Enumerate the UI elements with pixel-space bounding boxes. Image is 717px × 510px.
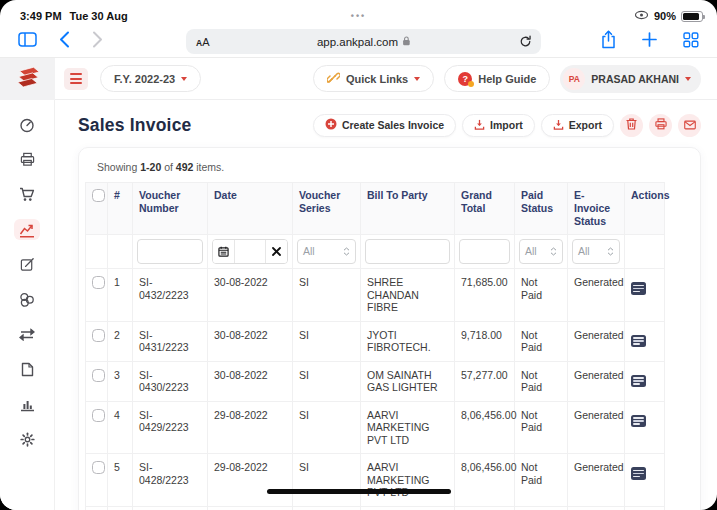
voucher-series-cell: SI: [293, 321, 361, 361]
sidebar-item-settings-icon[interactable]: [14, 429, 40, 450]
ipad-screen: 3:49 PM Tue 30 Aug ••• 90% AA: [0, 0, 717, 510]
fiscal-year-selector[interactable]: F.Y. 2022-23: [100, 65, 201, 92]
sales-invoice-table: # Voucher Number Date Voucher Series Bil…: [85, 182, 665, 510]
sidebar-item-money-icon[interactable]: [14, 289, 40, 310]
paid-status-filter-select[interactable]: All: [519, 239, 563, 264]
print-button[interactable]: [649, 114, 672, 137]
import-button[interactable]: Import: [462, 114, 535, 137]
row-actions-button[interactable]: [631, 375, 646, 388]
address-bar[interactable]: AA app.ankpal.com: [186, 29, 541, 54]
bill-to-party-cell: SHREE CHANDAN FIBRE: [361, 269, 455, 322]
date-filter[interactable]: [212, 239, 288, 264]
table-row: 1 SI-0432/2223 30-08-2022 SI SHREE CHAND…: [86, 269, 665, 322]
bill-to-party-filter-input[interactable]: [365, 239, 450, 264]
reader-mode-button[interactable]: AA: [196, 36, 209, 48]
bill-to-party-cell: AARVI MARKETING PVT LTD: [361, 401, 455, 454]
sidebar-item-dashboard-icon[interactable]: [14, 114, 40, 135]
column-grand-total[interactable]: Grand Total: [455, 183, 515, 235]
table-header-row: # Voucher Number Date Voucher Series Bil…: [86, 183, 665, 235]
row-actions-button[interactable]: [631, 467, 646, 480]
column-paid-status[interactable]: Paid Status: [515, 183, 568, 235]
home-indicator[interactable]: [267, 489, 451, 495]
row-checkbox[interactable]: [92, 276, 105, 289]
voucher-number-cell: SI-0429/2223: [133, 401, 208, 454]
reload-icon[interactable]: [519, 34, 532, 52]
date-filter-input[interactable]: [234, 240, 266, 263]
grand-total-cell: 8,06,456.00: [455, 454, 515, 507]
voucher-series-cell: SI: [293, 454, 361, 507]
clear-date-icon[interactable]: [266, 240, 287, 263]
einvoice-status-filter-select[interactable]: All: [572, 239, 620, 264]
sidebar-item-documents-icon[interactable]: [14, 359, 40, 380]
user-menu[interactable]: PA PRASAD AKHANI: [560, 65, 701, 93]
new-tab-icon[interactable]: [642, 32, 657, 51]
privacy-eye-icon: [634, 10, 649, 22]
back-button-icon[interactable]: [59, 31, 70, 52]
grand-total-filter-input[interactable]: [459, 239, 510, 264]
row-checkbox[interactable]: [92, 461, 105, 474]
battery-icon: [681, 11, 703, 22]
sidebar-item-purchases-icon[interactable]: [14, 184, 40, 205]
battery-percent: 90%: [654, 10, 676, 22]
tabs-grid-icon[interactable]: [683, 32, 699, 52]
voucher-number-cell: SI-0430/2223: [133, 361, 208, 401]
paid-status-cell: Not Paid: [515, 321, 568, 361]
fiscal-year-label: F.Y. 2022-23: [114, 73, 175, 85]
email-button[interactable]: [678, 114, 701, 137]
row-checkbox[interactable]: [92, 369, 105, 382]
row-actions-button[interactable]: [631, 415, 646, 428]
voucher-number-filter-input[interactable]: [137, 239, 203, 264]
row-checkbox[interactable]: [92, 409, 105, 422]
grand-total-cell: 1,27,440.00: [455, 506, 515, 510]
sidebar-item-journal-icon[interactable]: [14, 254, 40, 275]
column-voucher-series[interactable]: Voucher Series: [293, 183, 361, 235]
create-sales-invoice-button[interactable]: Create Sales Invoice: [313, 114, 456, 137]
calendar-icon[interactable]: [213, 240, 234, 263]
paid-status-cell: Not Paid: [515, 454, 568, 507]
sidebar-item-transfers-icon[interactable]: [14, 324, 40, 345]
forward-button-icon[interactable]: [92, 31, 103, 52]
row-actions-button[interactable]: [631, 282, 646, 295]
sidebar-toggle-icon[interactable]: [18, 32, 37, 51]
sidebar-item-print-icon[interactable]: [14, 149, 40, 170]
paid-status-cell: Not Paid: [515, 401, 568, 454]
einvoice-status-cell: Generated: [568, 401, 625, 454]
envelope-icon: [684, 118, 696, 133]
date-cell: 29-08-2022: [208, 401, 293, 454]
share-icon[interactable]: [601, 30, 616, 53]
link-icon: [327, 71, 340, 86]
voucher-series-cell: SI: [293, 269, 361, 322]
column-einvoice-status[interactable]: E-Invoice Status: [568, 183, 625, 235]
column-bill-to-party[interactable]: Bill To Party: [361, 183, 455, 235]
column-voucher-number[interactable]: Voucher Number: [133, 183, 208, 235]
date-cell: 29-08-2022: [208, 454, 293, 507]
column-actions: Actions: [625, 183, 665, 235]
help-guide-button[interactable]: ? Help Guide: [444, 65, 550, 92]
paid-status-cell: Not Paid: [515, 269, 568, 322]
help-guide-label: Help Guide: [478, 73, 536, 85]
table-row: 3 SI-0430/2223 30-08-2022 SI OM SAINATH …: [86, 361, 665, 401]
date: Tue 30 Aug: [70, 10, 128, 22]
row-checkbox[interactable]: [92, 329, 105, 342]
export-button[interactable]: Export: [541, 114, 614, 137]
menu-toggle-button[interactable]: [64, 68, 88, 90]
column-number[interactable]: #: [108, 183, 133, 235]
delete-button[interactable]: [620, 114, 643, 137]
row-number: 2: [108, 321, 133, 361]
plus-circle-icon: [325, 118, 337, 132]
multitask-dots-icon[interactable]: •••: [351, 11, 366, 21]
quick-links-button[interactable]: Quick Links: [313, 65, 434, 92]
voucher-series-filter-select[interactable]: All: [297, 239, 356, 264]
einvoice-status-cell: Generated: [568, 321, 625, 361]
bill-to-party-cell: AARVI MARKETING PVT LTD: [361, 454, 455, 507]
column-date[interactable]: Date: [208, 183, 293, 235]
sidebar-item-sales-icon[interactable]: [14, 219, 40, 240]
select-all-checkbox[interactable]: [92, 189, 105, 202]
sidebar-item-reports-icon[interactable]: [14, 394, 40, 415]
app-logo[interactable]: [0, 58, 55, 100]
trash-icon: [626, 118, 637, 133]
voucher-series-cell: SI: [293, 401, 361, 454]
row-actions-button[interactable]: [631, 335, 646, 348]
chevron-down-icon: [414, 77, 420, 81]
select-stepper-icon: [343, 247, 350, 256]
